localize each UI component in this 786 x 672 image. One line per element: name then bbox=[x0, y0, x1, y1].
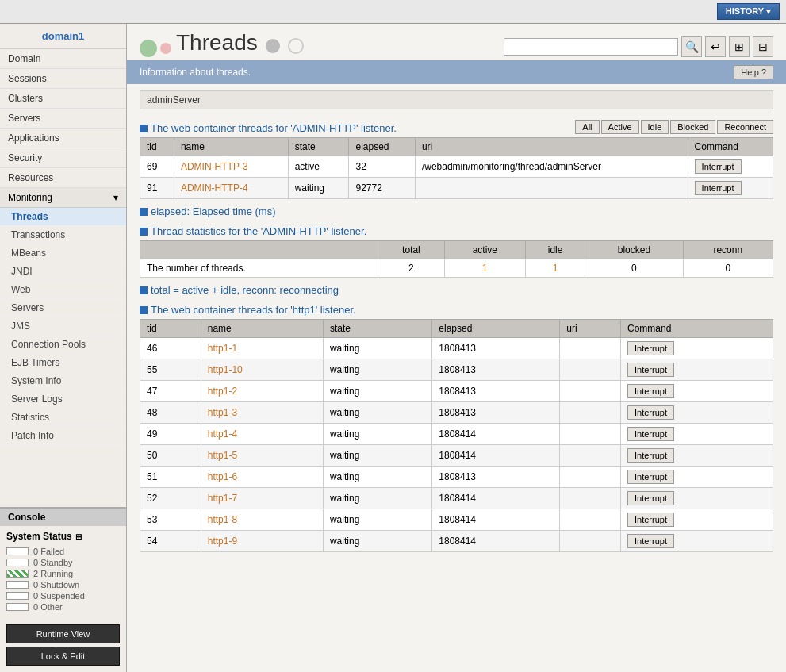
cell-state: waiting bbox=[323, 338, 431, 359]
section2-title: Thread statistics for the 'ADMIN-HTTP' l… bbox=[140, 225, 773, 237]
cell-name: http1-1 bbox=[201, 338, 323, 359]
cell-name: http1-6 bbox=[201, 467, 323, 488]
cell-tid: 52 bbox=[140, 488, 201, 509]
cell-elapsed: 32 bbox=[349, 156, 415, 178]
sidebar-item-domain[interactable]: Domain bbox=[0, 49, 126, 69]
lock-edit-button[interactable]: Lock & Edit bbox=[6, 647, 120, 666]
sidebar-item-security[interactable]: Security bbox=[0, 148, 126, 168]
interrupt-button[interactable]: Interrupt bbox=[627, 448, 674, 463]
cell-uri bbox=[415, 178, 688, 199]
interrupt-button[interactable]: Interrupt bbox=[627, 363, 674, 377]
sidebar-item-threads[interactable]: Threads bbox=[0, 208, 126, 226]
section1-title: The web container threads for 'ADMIN-HTT… bbox=[140, 122, 397, 134]
table-row: The number of threads. 2 1 1 0 0 bbox=[140, 259, 773, 278]
help-button[interactable]: Help ? bbox=[734, 65, 773, 79]
filter-active[interactable]: Active bbox=[601, 120, 639, 134]
cell-idle: 1 bbox=[525, 259, 585, 278]
sidebar-item-system-info[interactable]: System Info bbox=[0, 372, 126, 390]
sidebar-item-statistics[interactable]: Statistics bbox=[0, 409, 126, 427]
search-input[interactable] bbox=[504, 38, 678, 56]
section1-table: tid name state elapsed uri Command 69 AD… bbox=[140, 137, 773, 199]
cell-state: active bbox=[288, 156, 349, 178]
sidebar-item-clusters[interactable]: Clusters bbox=[0, 89, 126, 109]
cell-elapsed: 1808414 bbox=[432, 531, 560, 552]
refresh-button[interactable]: ↩ bbox=[705, 36, 726, 57]
status-other-label: 0 Other bbox=[33, 602, 63, 612]
interrupt-button[interactable]: Interrupt bbox=[627, 384, 674, 398]
cell-command: Interrupt bbox=[620, 488, 773, 509]
toolbar-row: 🔍 ↩ ⊞ ⊟ bbox=[504, 36, 773, 57]
export-button[interactable]: ⊟ bbox=[753, 36, 773, 57]
filter-all[interactable]: All bbox=[575, 120, 599, 134]
sidebar-item-jndi[interactable]: JNDI bbox=[0, 263, 126, 281]
cell-uri bbox=[560, 445, 621, 467]
grid-button[interactable]: ⊞ bbox=[729, 36, 750, 57]
interrupt-button[interactable]: Interrupt bbox=[627, 341, 674, 355]
section3-title: The web container threads for 'http1' li… bbox=[140, 304, 773, 316]
sidebar-item-jms[interactable]: JMS bbox=[0, 317, 126, 336]
interrupt-button[interactable]: Interrupt bbox=[627, 405, 674, 420]
cell-tid: 49 bbox=[140, 424, 201, 445]
search-button[interactable]: 🔍 bbox=[681, 36, 702, 57]
interrupt-button[interactable]: Interrupt bbox=[695, 159, 742, 174]
monitoring-header[interactable]: Monitoring ▾ bbox=[0, 188, 126, 208]
interrupt-button[interactable]: Interrupt bbox=[627, 534, 674, 548]
top-bar: HISTORY ▾ bbox=[0, 0, 786, 24]
cell-uri bbox=[560, 424, 621, 445]
sidebar-item-ejb-timers[interactable]: EJB Timers bbox=[0, 354, 126, 372]
sidebar-item-mbeans[interactable]: MBeans bbox=[0, 244, 126, 263]
status-failed-indicator bbox=[6, 547, 29, 555]
info-text: Information about threads. bbox=[140, 67, 251, 78]
cell-uri bbox=[560, 531, 621, 552]
stats-col-label bbox=[140, 241, 378, 259]
stats-col-blocked: blocked bbox=[585, 241, 683, 259]
circle-green-icon bbox=[140, 40, 157, 57]
cell-state: waiting bbox=[323, 531, 431, 552]
sidebar-item-patch-info[interactable]: Patch Info bbox=[0, 427, 126, 445]
interrupt-button[interactable]: Interrupt bbox=[627, 491, 674, 505]
interrupt-button[interactable]: Interrupt bbox=[695, 181, 742, 195]
stats-col-idle: idle bbox=[525, 241, 585, 259]
sidebar-item-applications[interactable]: Applications bbox=[0, 129, 126, 148]
interrupt-button[interactable]: Interrupt bbox=[627, 470, 674, 484]
console-buttons: Runtime View Lock & Edit bbox=[0, 618, 126, 672]
sidebar-item-web[interactable]: Web bbox=[0, 281, 126, 299]
interrupt-button[interactable]: Interrupt bbox=[627, 427, 674, 441]
sidebar: domain1 Domain Sessions Clusters Servers… bbox=[0, 24, 127, 672]
status-standby: 0 Standby bbox=[6, 558, 120, 567]
section3-table: tid name state elapsed uri Command 46 ht… bbox=[140, 319, 773, 552]
sidebar-item-transactions[interactable]: Transactions bbox=[0, 226, 126, 244]
table-row: 46 http1-1 waiting 1808413 Interrupt bbox=[140, 338, 773, 359]
s3-col-name: name bbox=[201, 320, 323, 338]
sidebar-item-connection-pools[interactable]: Connection Pools bbox=[0, 336, 126, 354]
interrupt-button[interactable]: Interrupt bbox=[627, 513, 674, 527]
cell-command: Interrupt bbox=[620, 531, 773, 552]
col-tid: tid bbox=[140, 138, 174, 156]
cell-tid: 54 bbox=[140, 531, 201, 552]
cell-name: http1-5 bbox=[201, 445, 323, 467]
status-failed-label: 0 Failed bbox=[33, 547, 64, 556]
filter-reconnect[interactable]: Reconnect bbox=[717, 120, 773, 134]
monitoring-label: Monitoring bbox=[8, 192, 52, 203]
sidebar-item-servers-mon[interactable]: Servers bbox=[0, 299, 126, 317]
sidebar-item-servers[interactable]: Servers bbox=[0, 109, 126, 129]
content-area: adminServer The web container threads fo… bbox=[127, 90, 786, 552]
cell-command: Interrupt bbox=[688, 156, 773, 178]
domain-label[interactable]: domain1 bbox=[0, 24, 126, 49]
filter-idle[interactable]: Idle bbox=[641, 120, 669, 134]
sidebar-item-resources[interactable]: Resources bbox=[0, 168, 126, 188]
sidebar-item-sessions[interactable]: Sessions bbox=[0, 69, 126, 89]
filter-blocked[interactable]: Blocked bbox=[670, 120, 715, 134]
col-uri: uri bbox=[415, 138, 688, 156]
console-label: Console bbox=[0, 509, 126, 526]
runtime-view-button[interactable]: Runtime View bbox=[6, 624, 120, 643]
history-button[interactable]: HISTORY ▾ bbox=[717, 3, 780, 20]
cell-state: waiting bbox=[323, 467, 431, 488]
system-status-title: System Status ⊞ bbox=[6, 531, 120, 542]
main-content: Threads 🔍 ↩ ⊞ ⊟ Information about thread… bbox=[127, 24, 786, 672]
cell-tid: 69 bbox=[140, 156, 174, 178]
cell-elapsed: 1808413 bbox=[432, 359, 560, 381]
cell-uri bbox=[560, 467, 621, 488]
sidebar-item-server-logs[interactable]: Server Logs bbox=[0, 390, 126, 409]
cell-command: Interrupt bbox=[620, 445, 773, 467]
